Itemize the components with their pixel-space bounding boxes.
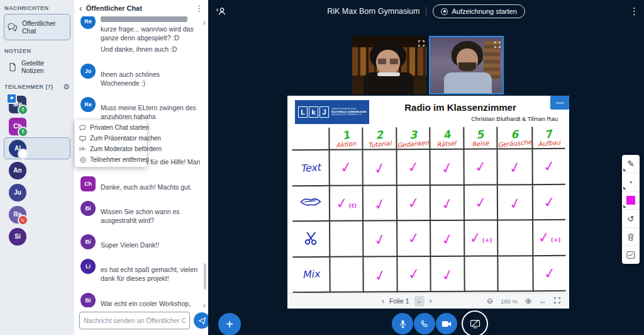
next-slide-button[interactable]: ›: [430, 297, 432, 305]
undo-button[interactable]: ↺: [622, 210, 640, 228]
mute-microphone-button[interactable]: [392, 313, 413, 334]
zoom-level: 100 %: [501, 298, 518, 305]
chat-message: BiWar echt ein cooler Workshop, hat tota…: [80, 293, 200, 307]
thickness-tool-button[interactable]: •: [622, 173, 640, 191]
slide-select-dropdown[interactable]: ⌄: [414, 296, 425, 307]
wb-column-label: Gedanken: [397, 139, 429, 149]
status-badge: [18, 149, 28, 159]
chat-options-kebab-icon[interactable]: ⋮: [195, 4, 203, 13]
participants-settings-gear-icon[interactable]: ⚙: [63, 83, 70, 91]
wb-column-label: Reise: [472, 139, 489, 147]
scissors-icon: [303, 230, 319, 248]
wb-cell: ✓: [396, 256, 430, 292]
chat-avatar-initials: Bi: [86, 205, 91, 212]
check-mark: ✓: [372, 159, 388, 178]
color-swatch-button[interactable]: [622, 191, 640, 210]
chat-message-line: k für die Hilfe! Man sieht: [145, 157, 200, 166]
screen-share-button[interactable]: [462, 310, 488, 335]
wb-cell: ✓: [430, 150, 464, 186]
clear-annotations-trash-icon[interactable]: [622, 228, 640, 246]
wb-cell: ✓: [362, 186, 396, 222]
sidebar-item-shared-notes[interactable]: Geteilte Notizen: [4, 57, 70, 77]
check-annotation: (+): [482, 237, 492, 244]
nav-panel: NACHRICHTEN Öffentlicher Chat NOTIZEN Ge…: [0, 0, 74, 335]
wb-cell: ✓: [396, 150, 430, 186]
menu-item-zum-pr-sentator-machen[interactable]: Zum Präsentator machen: [75, 133, 147, 144]
participant-context-menu: Privaten Chat startenZum Präsentator mac…: [75, 120, 147, 167]
participant-row[interactable]: Al: [4, 137, 70, 159]
check-mark: ✓: [407, 265, 421, 283]
chat-scroll-down-arrow[interactable]: ∨: [203, 303, 206, 309]
participant-row[interactable]: Ch: [4, 115, 70, 137]
chat-message-text: Muss meine ELtern zwingen des anzuhören …: [101, 97, 200, 123]
chat-avatar-initials: Bi: [86, 297, 91, 304]
camera-icon: [441, 320, 452, 328]
chat-avatar-initials: Li: [86, 263, 91, 270]
lkj-logo: LkJ LANDESVEREINIGUNGKULTURELLE JUGENDBI…: [295, 100, 369, 124]
zoom-in-button[interactable]: ⊕: [525, 297, 531, 305]
chat-message-text: k für die Hilfe! Man sieht: [145, 155, 200, 169]
previous-slide-button[interactable]: ‹: [382, 297, 384, 305]
chat-message: ChDanke, euch auch! Machts gut.: [80, 176, 200, 194]
share-webcam-button[interactable]: [436, 313, 457, 334]
menu-item-privaten-chat-starten[interactable]: Privaten Chat starten: [75, 122, 147, 133]
check-mark: ✓: [542, 264, 557, 282]
fullscreen-icon[interactable]: [494, 39, 501, 50]
check-mark: ✓: [440, 266, 455, 285]
fullscreen-icon[interactable]: [418, 38, 425, 49]
chat-message-line: Wissen Sie schon wann es ausgestrahlt wi…: [101, 207, 200, 225]
audio-off-badge-icon: [18, 215, 28, 225]
wb-row-label-text: Text: [300, 161, 321, 174]
sidebar-item-public-chat[interactable]: Öffentlicher Chat: [4, 14, 70, 40]
chat-scroll-up-arrow[interactable]: ∧: [203, 20, 206, 26]
chat-message-line: Und danke, ihnen auch :D: [101, 45, 200, 54]
chat-message: BiSuper Vielen Dank!!: [80, 234, 200, 252]
minimize-presentation-button[interactable]: —: [550, 96, 569, 110]
chat-back-chevron-icon[interactable]: ‹: [79, 3, 82, 13]
menu-item-teilnehmer-entfernen[interactable]: Teilnehmer entfernen: [75, 154, 147, 165]
wb-column-label: Tutorial: [368, 140, 392, 149]
chat-message-input[interactable]: [79, 312, 190, 329]
fit-width-button[interactable]: ↔: [539, 297, 547, 305]
record-icon: [441, 8, 448, 15]
check-mark: ✓: [542, 157, 557, 176]
zoom-out-button[interactable]: ⊖: [487, 297, 493, 305]
wb-cell: ✓: [329, 150, 363, 186]
chat-message-line: Ihnen auch schönes Wochenende :): [101, 70, 200, 88]
mic-on-badge-icon: [18, 127, 28, 137]
check-mark: ✓: [372, 195, 388, 213]
participant-row[interactable]: An: [4, 159, 70, 181]
multi-user-whiteboard-icon[interactable]: [622, 246, 640, 264]
leave-audio-button[interactable]: [414, 313, 435, 334]
participant-row[interactable]: Me: [4, 93, 70, 115]
chat-bubble-icon: [79, 125, 86, 131]
chat-scrollbar-thumb[interactable]: [204, 263, 206, 290]
toggle-userlist-icon[interactable]: [216, 6, 226, 19]
wb-cell: ✓: [363, 257, 397, 293]
check-annotation: (t): [349, 202, 357, 208]
notes-section-label: NOTIZEN: [4, 48, 74, 54]
chat-message: JoIhnen auch schönes Wochenende :): [80, 64, 200, 90]
wb-cell: ✓: [532, 256, 566, 292]
participant-row[interactable]: Ra: [4, 203, 70, 225]
whiteboard-table[interactable]: 1Aktion2Tutorial3Gedanken4Rätsel5Reise6G…: [292, 127, 565, 293]
chat-message-line: Danke, euch auch! Machts gut.: [101, 183, 200, 191]
avatar: Si: [9, 228, 26, 246]
options-kebab-icon[interactable]: ⋮: [630, 6, 639, 17]
wb-cell: ✓: [430, 256, 464, 292]
menu-item-zum-moderator-bef-rdern[interactable]: Zum Moderator befördern: [75, 144, 147, 154]
chat-message-text: Wissen Sie schon wann es ausgestrahlt wi…: [101, 201, 200, 227]
presentation-fullscreen-icon[interactable]: [554, 297, 560, 305]
check-mark: ✓: [537, 229, 552, 247]
chat-message: BiWissen Sie schon wann es ausgestrahlt …: [80, 201, 200, 227]
wb-corner-cell: [292, 128, 328, 150]
participant-row[interactable]: Si: [4, 225, 70, 247]
pencil-tool-button[interactable]: ✎: [622, 155, 640, 173]
participant-row[interactable]: Ju: [4, 181, 70, 203]
actions-plus-button[interactable]: +: [218, 313, 241, 335]
check-mark: ✓: [372, 230, 388, 249]
wb-cell: ✓: [497, 185, 532, 221]
chat-avatar: Ch: [80, 176, 96, 191]
wb-row-label: Mix: [292, 257, 329, 293]
start-recording-button[interactable]: Aufzeichnung starten: [433, 4, 525, 18]
